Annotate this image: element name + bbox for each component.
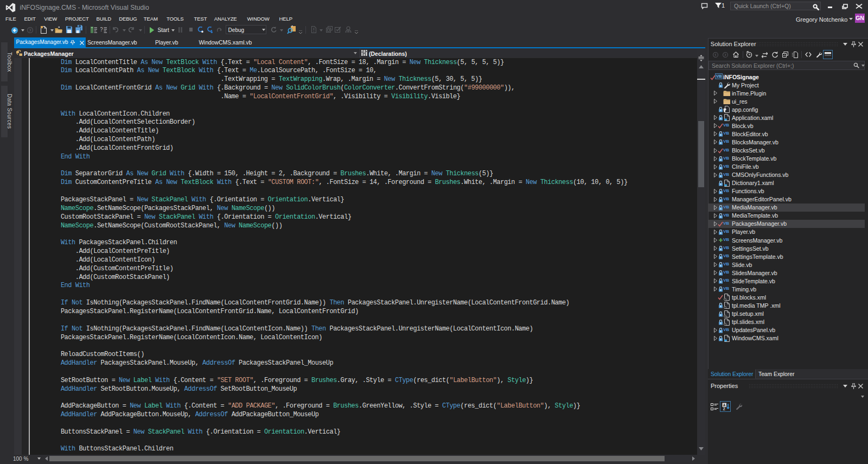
svg-text:Z: Z (723, 407, 725, 410)
svg-text:A: A (723, 403, 725, 407)
svg-text:?: ? (100, 27, 103, 33)
